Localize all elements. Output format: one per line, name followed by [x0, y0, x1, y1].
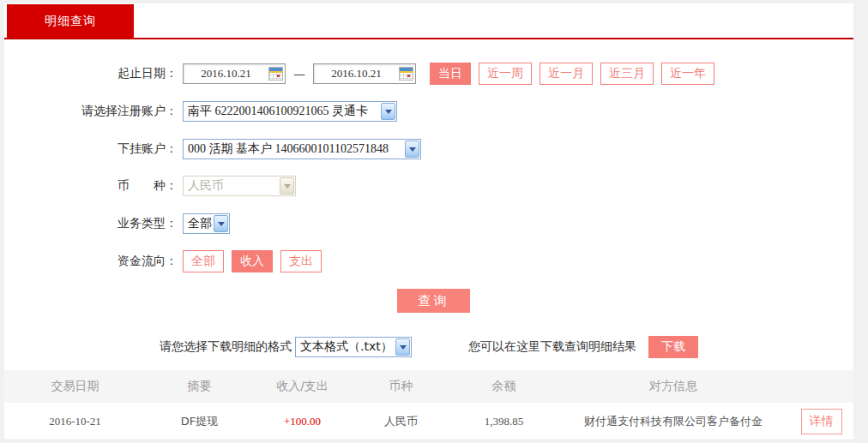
- quick-range-month-button[interactable]: 近一月: [539, 63, 593, 85]
- currency-value: 人民币: [184, 178, 279, 194]
- calendar-icon[interactable]: [399, 67, 413, 81]
- tab-underline: [4, 38, 853, 39]
- chevron-down-icon[interactable]: [381, 103, 395, 120]
- column-header-currency: 币种: [352, 379, 450, 394]
- column-header-summary: 摘要: [146, 379, 253, 394]
- table-header-row: 交易日期 摘要 收入/支出 币种 余额 对方信息: [4, 370, 853, 403]
- download-button[interactable]: 下载: [648, 336, 698, 358]
- results-table: 交易日期 摘要 收入/支出 币种 余额 对方信息 2016-10-21 DF提现…: [4, 370, 853, 440]
- column-header-counterparty: 对方信息: [558, 379, 789, 394]
- download-format-label: 请您选择下载明细的格式: [160, 339, 292, 355]
- quick-range-quarter-button[interactable]: 近三月: [600, 63, 654, 85]
- fund-flow-income-button[interactable]: 收入: [232, 250, 273, 272]
- currency-row: 币 种： 人民币: [4, 172, 853, 200]
- detail-button[interactable]: 详情: [801, 409, 842, 434]
- end-date-input[interactable]: 2016.10.21: [313, 63, 416, 84]
- register-account-row: 请选择注册账户： 南平 6222001406100921065 灵通卡: [4, 98, 853, 125]
- chevron-down-icon[interactable]: [405, 141, 419, 158]
- download-format-select[interactable]: 文本格式（.txt）: [295, 337, 412, 357]
- quick-range-today-button[interactable]: 当日: [430, 63, 471, 85]
- sub-account-row: 下挂账户： 000 活期 基本户 1406600101102571848: [4, 135, 853, 163]
- cell-summary: DF提现: [146, 414, 253, 429]
- cell-action: 详情: [789, 409, 853, 434]
- download-hint: 您可以在这里下载查询明细结果: [468, 339, 636, 355]
- cell-date: 2016-10-21: [4, 415, 146, 428]
- calendar-dot: [407, 75, 410, 77]
- tab-label: 明细查询: [45, 14, 96, 29]
- download-row: 请您选择下载明细的格式 文本格式（.txt） 您可以在这里下载查询明细结果 下载: [4, 333, 853, 361]
- tab-detail-query[interactable]: 明细查询: [7, 4, 134, 38]
- end-date-value: 2016.10.21: [314, 67, 399, 81]
- business-type-value: 全部: [184, 216, 213, 231]
- calendar-icon[interactable]: [268, 67, 283, 81]
- cell-counterparty: 财付通支付科技有限公司客户备付金: [558, 414, 789, 429]
- quick-range-year-button[interactable]: 近一年: [661, 63, 714, 85]
- date-range-label: 起止日期：: [4, 66, 183, 81]
- date-range-row: 起止日期： 2016.10.21 — 2016.10.21 当日 近一周 近一月…: [4, 60, 853, 87]
- register-account-value: 南平 6222001406100921065 灵通卡: [184, 104, 380, 119]
- content-panel: 明细查询 起止日期： 2016.10.21 — 2016.10.21 当日 近一…: [4, 3, 853, 440]
- fund-flow-row: 资金流向： 全部 收入 支出: [4, 248, 853, 275]
- quick-range-week-button[interactable]: 近一周: [479, 63, 532, 85]
- currency-select: 人民币: [183, 176, 296, 196]
- cell-currency: 人民币: [352, 414, 450, 429]
- fund-flow-label: 资金流向：: [4, 254, 183, 269]
- start-date-value: 2016.10.21: [184, 67, 268, 81]
- sub-account-label: 下挂账户：: [4, 141, 183, 157]
- currency-label: 币 种：: [4, 178, 183, 194]
- column-header-date: 交易日期: [4, 379, 146, 394]
- calendar-dot: [277, 75, 280, 77]
- register-account-label: 请选择注册账户：: [4, 104, 183, 119]
- business-type-select[interactable]: 全部: [183, 213, 230, 234]
- chevron-down-icon: [280, 177, 294, 195]
- cell-amount: +100.00: [253, 415, 352, 428]
- business-type-row: 业务类型： 全部: [4, 210, 853, 237]
- chevron-down-icon[interactable]: [395, 338, 410, 356]
- start-date-input[interactable]: 2016.10.21: [183, 63, 286, 84]
- date-separator: —: [293, 67, 305, 81]
- download-format-value: 文本格式（.txt）: [296, 339, 395, 355]
- register-account-select[interactable]: 南平 6222001406100921065 灵通卡: [183, 101, 397, 122]
- chevron-down-icon[interactable]: [214, 215, 228, 232]
- cell-balance: 1,398.85: [450, 415, 558, 428]
- sub-account-select[interactable]: 000 活期 基本户 1406600101102571848: [183, 139, 421, 159]
- fund-flow-expense-button[interactable]: 支出: [280, 250, 322, 272]
- fund-flow-all-button[interactable]: 全部: [183, 250, 224, 272]
- sub-account-value: 000 活期 基本户 1406600101102571848: [184, 141, 404, 157]
- query-button[interactable]: 查询: [397, 289, 470, 313]
- column-header-balance: 余额: [450, 379, 558, 394]
- business-type-label: 业务类型：: [4, 216, 183, 231]
- column-header-amount: 收入/支出: [253, 379, 352, 394]
- table-row: 2016-10-21 DF提现 +100.00 人民币 1,398.85 财付通…: [4, 403, 853, 440]
